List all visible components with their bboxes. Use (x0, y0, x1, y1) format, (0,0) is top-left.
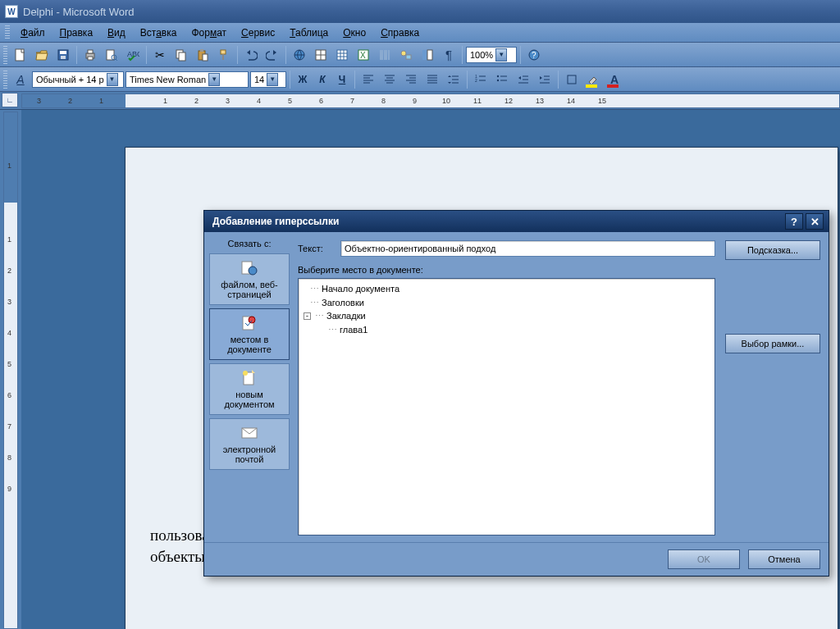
menu-window[interactable]: Окно (336, 25, 373, 41)
menu-tools[interactable]: Сервис (234, 25, 282, 41)
font-size-combo[interactable]: 14 ▼ (250, 71, 286, 88)
toolbar-handle[interactable] (5, 25, 10, 40)
align-justify-icon[interactable] (422, 70, 442, 89)
print-preview-icon[interactable] (102, 45, 121, 65)
screen-tip-button[interactable]: Подсказка... (725, 240, 820, 260)
horizontal-ruler[interactable]: 3 2 1 1 2 3 4 5 6 7 8 9 10 11 12 13 14 1… (21, 93, 840, 108)
svg-rect-33 (388, 50, 390, 60)
show-marks-icon[interactable]: ¶ (439, 45, 459, 65)
style-value: Обычный + 14 p (36, 75, 104, 84)
drawing-icon[interactable] (396, 45, 416, 65)
numbered-list-icon[interactable]: 12 (471, 70, 491, 89)
toolbar-handle[interactable] (3, 46, 7, 64)
borders-icon[interactable] (562, 70, 582, 89)
highlight-icon[interactable] (583, 70, 603, 89)
svg-point-79 (249, 267, 257, 275)
tree-node-top[interactable]: Начало документа (322, 282, 399, 296)
linkto-file-web[interactable]: файлом, веб-страницей (209, 253, 290, 305)
chevron-down-icon[interactable]: ▼ (495, 48, 507, 62)
style-combo[interactable]: Обычный + 14 p ▼ (32, 71, 124, 88)
line-spacing-icon[interactable] (444, 70, 463, 89)
svg-rect-3 (61, 56, 66, 59)
outdent-icon[interactable] (514, 70, 533, 89)
insert-table-icon[interactable] (332, 45, 352, 65)
menu-view[interactable]: Вид (100, 25, 133, 41)
menu-file[interactable]: Файл (13, 25, 52, 41)
dialog-help-button[interactable]: ? (785, 213, 803, 230)
collapse-icon[interactable]: - (304, 312, 311, 320)
window-title: Delphi - Microsoft Word (23, 6, 135, 18)
ok-button[interactable]: OK (668, 549, 740, 569)
open-icon[interactable] (32, 45, 52, 65)
cut-icon[interactable]: ✂ (150, 45, 170, 65)
menu-insert[interactable]: Вставка (133, 25, 185, 41)
chevron-down-icon[interactable]: ▼ (267, 73, 278, 86)
svg-rect-15 (203, 54, 208, 61)
toolbar-handle[interactable] (3, 71, 7, 89)
font-size-value: 14 (254, 75, 264, 84)
bulleted-list-icon[interactable] (492, 70, 512, 89)
columns-icon[interactable] (375, 45, 395, 65)
cancel-button[interactable]: Отмена (748, 549, 820, 569)
copy-icon[interactable] (171, 45, 191, 65)
target-frame-button[interactable]: Выбор рамки... (725, 334, 820, 353)
indent-icon[interactable] (535, 70, 555, 89)
vertical-ruler-column: 1 1 2 3 4 5 6 7 8 9 (0, 110, 21, 629)
svg-point-67 (497, 79, 499, 80)
styles-pane-icon[interactable]: A (11, 70, 30, 89)
svg-rect-5 (88, 50, 93, 53)
linkto-email[interactable]: электронной почтой (209, 418, 290, 470)
font-value: Times New Roman (130, 75, 206, 84)
redo-icon[interactable] (262, 45, 282, 65)
separator (76, 46, 77, 64)
place-tree[interactable]: ⋯ Начало документа ⋯ Заголовки -⋯ Заклад… (298, 278, 715, 536)
zoom-combo[interactable]: 100% ▼ (466, 47, 517, 63)
tree-node-chapter1[interactable]: глава1 (340, 323, 368, 337)
help-icon[interactable]: ? (524, 45, 544, 65)
save-icon[interactable] (53, 45, 73, 65)
tree-node-headings[interactable]: Заголовки (322, 296, 364, 310)
align-center-icon[interactable] (380, 70, 399, 89)
menu-table[interactable]: Таблица (282, 25, 336, 41)
display-text-input[interactable] (340, 240, 715, 257)
separator (290, 71, 290, 89)
svg-marker-19 (273, 50, 276, 55)
separator (462, 46, 463, 64)
menu-format[interactable]: Формат (184, 25, 234, 41)
print-icon[interactable] (80, 45, 100, 65)
align-right-icon[interactable] (401, 70, 421, 89)
font-color-icon[interactable]: A (605, 70, 624, 89)
linkto-new-doc[interactable]: новым документом (209, 363, 290, 415)
chevron-down-icon[interactable]: ▼ (107, 73, 118, 86)
align-left-icon[interactable] (358, 70, 378, 89)
chevron-down-icon[interactable]: ▼ (208, 73, 220, 86)
dialog-titlebar[interactable]: Добавление гиперссылки ? ✕ (204, 211, 829, 232)
underline-button[interactable]: Ч (333, 71, 351, 89)
svg-line-9 (116, 59, 117, 61)
italic-button[interactable]: К (313, 71, 331, 89)
insert-excel-icon[interactable]: X (354, 45, 373, 65)
spellcheck-icon[interactable]: ABC (123, 45, 143, 65)
tables-borders-icon[interactable] (311, 45, 331, 65)
tree-node-bookmarks[interactable]: Закладки (326, 309, 366, 323)
format-painter-icon[interactable] (214, 45, 234, 65)
svg-rect-37 (427, 50, 432, 60)
svg-rect-2 (60, 51, 66, 54)
standard-toolbar: ABC ✂ X ¶ 100% ▼ ? (0, 43, 840, 67)
insert-hyperlink-dialog: Добавление гиперссылки ? ✕ Связать с: фа… (203, 210, 829, 577)
linkto-place-in-doc[interactable]: местом в документе (209, 308, 290, 360)
separator (467, 71, 468, 89)
font-combo[interactable]: Times New Roman ▼ (126, 71, 249, 88)
insert-hyperlink-icon[interactable] (290, 45, 309, 65)
new-doc-icon[interactable] (11, 45, 30, 65)
svg-text:X: X (360, 51, 366, 60)
svg-rect-6 (88, 57, 93, 60)
vertical-ruler[interactable]: 1 1 2 3 4 5 6 7 8 9 (3, 112, 18, 629)
bold-button[interactable]: Ж (294, 71, 312, 89)
menu-edit[interactable]: Правка (52, 25, 101, 41)
dialog-close-button[interactable]: ✕ (806, 213, 824, 230)
menu-help[interactable]: Справка (373, 25, 427, 41)
undo-icon[interactable] (241, 45, 261, 65)
doc-map-icon[interactable] (418, 45, 437, 65)
paste-icon[interactable] (193, 45, 212, 65)
